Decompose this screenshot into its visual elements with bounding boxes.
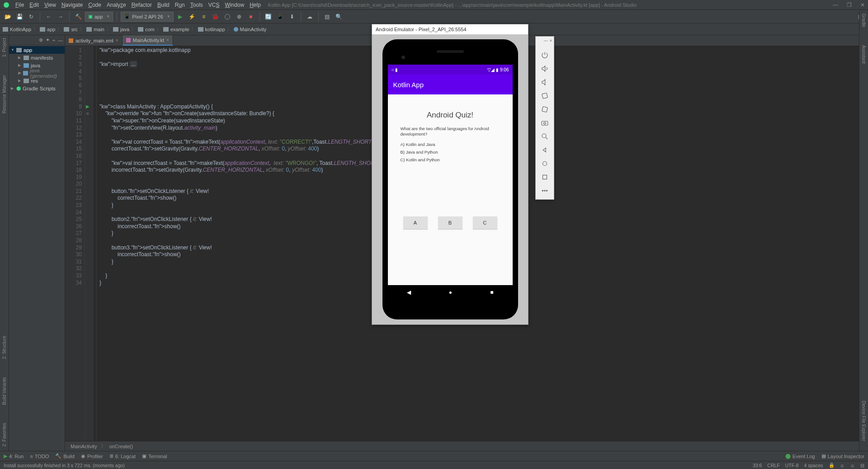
emulator-controls-panel[interactable]: —× <box>535 36 554 200</box>
event-log-button[interactable]: ⬤ Event Log <box>785 453 815 459</box>
rotate-right-icon[interactable] <box>538 103 552 116</box>
profiler-toolwindow-button[interactable]: ◉ Profiler <box>81 453 103 459</box>
crumb-app[interactable]: app <box>40 27 55 32</box>
power-icon[interactable] <box>538 48 552 62</box>
menu-view[interactable]: View <box>42 2 59 8</box>
close-tab-icon[interactable]: × <box>166 38 169 42</box>
volume-down-icon[interactable] <box>538 75 552 89</box>
emulator-titlebar[interactable]: Android Emulator - Pixel_2_API_26:5554 <box>372 24 528 34</box>
menu-code[interactable]: Code <box>85 2 104 8</box>
crumb-mainactivity[interactable]: MainActivity <box>234 27 267 32</box>
project-dropdown-icon[interactable]: ⊕ <box>39 37 43 43</box>
apply-changes-icon[interactable]: ⚡ <box>187 12 197 22</box>
menu-analyze[interactable]: Analyze <box>104 2 129 8</box>
cloud-icon[interactable]: ☁ <box>305 12 315 22</box>
apply-code-icon[interactable]: ≡ <box>199 12 209 22</box>
caret-position[interactable]: 33:6 <box>753 463 762 468</box>
tab-mainactivity-kt[interactable]: MainActivity.kt× <box>123 35 173 46</box>
crumb-main[interactable]: main <box>86 27 104 32</box>
save-icon[interactable]: 💾 <box>14 12 24 22</box>
crumb-method[interactable]: onCreate() <box>109 444 133 449</box>
profile-icon[interactable] <box>222 12 232 22</box>
debug-icon[interactable]: 🐞 <box>211 12 221 22</box>
tree-app[interactable]: ▼app <box>9 46 65 54</box>
assistant-tool-button[interactable]: Assistant <box>861 45 866 64</box>
crumb-example[interactable]: example <box>163 27 189 32</box>
gradle-tool-button[interactable]: Gradle <box>861 14 866 27</box>
emu-overview-icon[interactable] <box>538 170 552 184</box>
memory-icon[interactable]: ☺ <box>850 463 855 468</box>
heap-icon[interactable]: ⊟ <box>860 463 864 468</box>
emulator-close-icon[interactable]: × <box>550 38 552 46</box>
project-hide-icon[interactable]: — <box>58 38 63 43</box>
menu-navigate[interactable]: Navigate <box>59 2 85 8</box>
project-collapse-icon[interactable]: ÷ <box>52 38 55 43</box>
run-icon[interactable]: ▶ <box>175 12 185 22</box>
avd-manager-icon[interactable]: 📱 <box>275 12 285 22</box>
menu-refactor[interactable]: Refactor <box>129 2 155 8</box>
menu-window[interactable]: Window <box>222 2 247 8</box>
menu-build[interactable]: Build <box>155 2 172 8</box>
menu-run[interactable]: Run <box>172 2 188 8</box>
device-explorer-tool-button[interactable]: Device File Explorer <box>861 401 866 441</box>
answer-button-b[interactable]: B <box>438 216 462 229</box>
window-minimize-icon[interactable]: — <box>833 2 838 8</box>
tree-java-gen[interactable]: ▶java (generated) <box>9 69 65 77</box>
sdk-manager-icon[interactable]: ⬇ <box>287 12 297 22</box>
run-gutter-icon[interactable]: ▶ <box>86 103 90 110</box>
resource-manager-tool-button[interactable]: Resource Manager <box>2 75 7 113</box>
rotate-left-icon[interactable] <box>538 89 552 103</box>
crumb-java[interactable]: java <box>113 27 129 32</box>
build-variants-tool-button[interactable]: Build Variants <box>2 377 7 405</box>
stop-icon[interactable]: ■ <box>246 12 256 22</box>
tree-manifests[interactable]: ▶manifests <box>9 54 65 61</box>
screenshot-icon[interactable] <box>538 116 552 130</box>
back-icon[interactable]: ← <box>44 12 54 22</box>
run-toolwindow-button[interactable]: ▶4: Run <box>4 453 24 459</box>
sync-gradle-icon[interactable]: 🔄 <box>264 12 274 22</box>
nav-back-icon[interactable]: ◀ <box>407 289 411 295</box>
project-tree[interactable]: ▼app ▶manifests ▶java ▶java (generated) … <box>9 45 65 451</box>
crumb-src[interactable]: src <box>64 27 78 32</box>
file-encoding[interactable]: UTF-8 <box>785 463 799 468</box>
menu-help[interactable]: Help <box>247 2 264 8</box>
emu-home-icon[interactable] <box>538 157 552 170</box>
structure-icon[interactable]: ▤ <box>322 12 332 22</box>
sync-icon[interactable]: ↻ <box>26 12 36 22</box>
build-toolwindow-button[interactable]: 🔨 Build <box>55 453 74 459</box>
lock-icon[interactable]: 🔒 <box>829 462 835 468</box>
nav-home-icon[interactable]: ● <box>449 289 452 295</box>
menu-edit[interactable]: Edit <box>27 2 42 8</box>
run-config-dropdown[interactable]: ▣ app ▼ <box>85 12 113 22</box>
menu-tools[interactable]: Tools <box>188 2 206 8</box>
indent-setting[interactable]: 4 spaces <box>804 463 823 468</box>
emu-more-icon[interactable] <box>538 184 552 197</box>
emu-back-icon[interactable] <box>538 143 552 157</box>
close-tab-icon[interactable]: × <box>116 38 118 43</box>
build-icon[interactable]: 🔨 <box>73 12 83 22</box>
favorites-tool-button[interactable]: 2: Favorites <box>2 423 7 446</box>
nav-recents-icon[interactable]: ■ <box>490 289 493 295</box>
tree-gradle[interactable]: ▶⬢Gradle Scripts <box>9 84 65 92</box>
attach-debugger-icon[interactable]: ⊕ <box>234 12 244 22</box>
device-dropdown[interactable]: 📱 Pixel 2 API 26 ▼ <box>121 12 173 22</box>
zoom-icon[interactable] <box>538 130 552 143</box>
project-tool-button[interactable]: 1: Project <box>2 38 7 57</box>
crumb-class[interactable]: MainActivity <box>71 444 97 449</box>
tab-activity-main-xml[interactable]: activity_main.xml× <box>65 35 123 46</box>
terminal-toolwindow-button[interactable]: ▣ Terminal <box>142 453 167 459</box>
todo-toolwindow-button[interactable]: ≡ TODO <box>30 454 49 459</box>
menu-file[interactable]: File <box>13 2 27 8</box>
crumb-root[interactable]: KotlinApp <box>3 27 31 32</box>
layout-inspector-button[interactable]: ▦ Layout Inspector <box>821 453 864 459</box>
volume-up-icon[interactable] <box>538 62 552 75</box>
emulator-minimize-icon[interactable]: — <box>544 38 548 46</box>
search-icon[interactable]: 🔍 <box>334 12 344 22</box>
crumb-com[interactable]: com <box>138 27 155 32</box>
answer-button-a[interactable]: A <box>403 216 428 229</box>
window-close-icon[interactable]: ✕ <box>860 2 865 8</box>
project-gear-icon[interactable]: ✦ <box>46 37 50 43</box>
phone-screen[interactable]: ○ ▮ ▽◢ ▮ 9:06 Kotlin App Android Quiz! W… <box>388 65 513 300</box>
menu-vcs[interactable]: VCS <box>206 2 222 8</box>
open-icon[interactable]: 📂 <box>3 12 13 22</box>
